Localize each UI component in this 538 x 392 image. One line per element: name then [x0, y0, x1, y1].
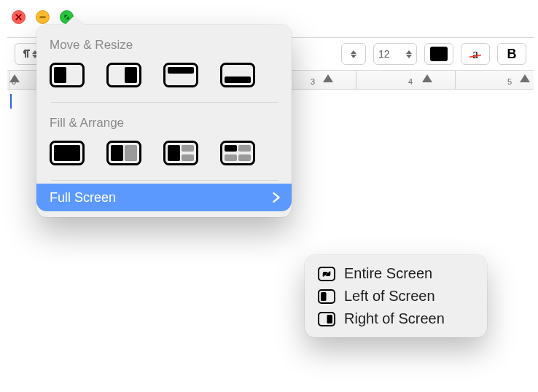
minimize-window-button[interactable]: [36, 10, 50, 24]
menu-item-right-of-screen[interactable]: Right of Screen: [309, 307, 483, 330]
svg-rect-26: [327, 315, 333, 324]
svg-rect-9: [54, 145, 80, 161]
svg-rect-7: [225, 77, 251, 83]
font-size-select[interactable]: 12: [373, 43, 417, 65]
svg-rect-22: [319, 267, 335, 281]
arrange-left-right-button[interactable]: [106, 141, 141, 165]
move-resize-row: [50, 63, 280, 87]
font-size-value: 12: [378, 48, 390, 60]
window-tiling-popover: Move & Resize Fill & Arrange Full Scr: [36, 25, 292, 217]
updown-icon: [406, 50, 412, 58]
window-controls: [7, 7, 534, 24]
menu-item-label: Left of Screen: [344, 288, 435, 305]
divider: [51, 180, 278, 181]
tile-left-half-button[interactable]: [50, 63, 85, 87]
right-half-icon: [318, 312, 335, 326]
ruler-marker[interactable]: [9, 74, 20, 82]
tile-right-half-button[interactable]: [106, 63, 141, 87]
ruler-marker[interactable]: [520, 74, 530, 82]
menu-item-label: Right of Screen: [344, 310, 445, 327]
ruler-marker[interactable]: [323, 74, 333, 82]
ruler-marker[interactable]: [422, 74, 432, 82]
svg-rect-16: [182, 154, 194, 161]
menu-item-left-of-screen[interactable]: Left of Screen: [309, 285, 483, 307]
fill-screen-button[interactable]: [50, 141, 85, 165]
svg-rect-19: [238, 145, 251, 152]
updown-icon: [351, 50, 356, 58]
svg-rect-12: [125, 145, 137, 161]
arrange-quarters-button[interactable]: [220, 141, 255, 165]
divider: [51, 102, 278, 103]
ruler-number: 4: [408, 77, 413, 86]
bold-button[interactable]: B: [497, 43, 526, 65]
ruler-number: 5: [507, 77, 512, 86]
strikethrough-button[interactable]: a: [461, 43, 490, 65]
left-half-icon: [318, 289, 335, 304]
arrange-three-button[interactable]: [163, 141, 198, 165]
full-screen-submenu: Entire Screen Left of Screen Right of Sc…: [305, 255, 487, 337]
strikethrough-icon: a: [472, 47, 478, 62]
menu-item-label: Entire Screen: [344, 265, 432, 282]
fill-arrange-row: [50, 141, 280, 165]
svg-rect-18: [225, 145, 237, 152]
svg-rect-15: [182, 145, 194, 152]
svg-rect-14: [168, 145, 180, 161]
svg-rect-3: [125, 67, 137, 83]
svg-rect-1: [54, 67, 66, 83]
full-screen-menu-item[interactable]: Full Screen: [36, 184, 292, 211]
close-window-button[interactable]: [12, 10, 26, 24]
chevron-right-icon: [273, 192, 280, 203]
svg-rect-20: [225, 154, 237, 161]
svg-rect-24: [321, 292, 327, 301]
tile-bottom-half-button[interactable]: [220, 63, 255, 87]
section-title-fill-arrange: Fill & Arrange: [50, 116, 280, 130]
text-color-button[interactable]: [424, 43, 453, 65]
font-family-select[interactable]: [341, 43, 366, 65]
bold-icon: B: [507, 47, 517, 62]
ruler-number: 3: [311, 77, 315, 86]
svg-rect-11: [111, 145, 123, 161]
full-screen-label: Full Screen: [50, 190, 116, 205]
color-swatch: [430, 47, 448, 61]
section-title-move-resize: Move & Resize: [50, 38, 280, 52]
svg-rect-21: [238, 154, 251, 161]
text-cursor: [10, 94, 12, 109]
svg-rect-5: [168, 67, 194, 74]
tile-top-half-button[interactable]: [163, 63, 198, 87]
menu-item-entire-screen[interactable]: Entire Screen: [309, 262, 483, 285]
expand-icon: [318, 267, 335, 281]
